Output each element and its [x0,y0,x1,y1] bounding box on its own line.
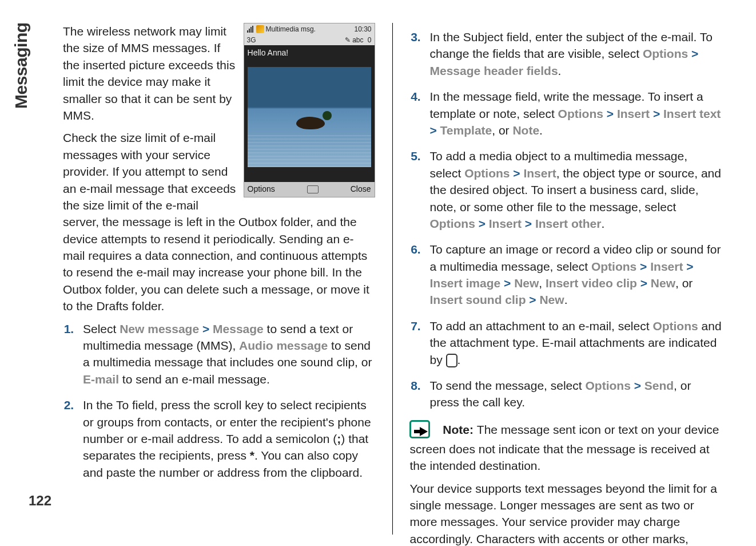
text: In the To field, press the scroll key to… [83,398,371,445]
phone-title-bar: Multimedia msg. 10:30 [244,23,375,35]
text: . [558,64,562,77]
section-label: Messaging [11,22,31,109]
separator: > [636,260,650,273]
separator: > [475,217,489,230]
ui-insert-video-clip: Insert video clip [546,276,637,290]
separator: > [500,276,514,290]
separator: > [510,167,524,180]
note-label: Note: [443,422,477,436]
page-number: 122 [29,493,51,509]
ui-message-header-fields: Message header fields [429,64,558,77]
duck-icon [296,110,331,133]
instruction-list: Select New message > Message to send a t… [63,321,375,481]
text: Select [83,322,120,335]
list-item: To send the message, select Options > Se… [424,377,722,411]
note-icon [409,420,436,441]
ui-send: Send [644,379,674,392]
list-item: To add a media object to a multimedia me… [424,148,722,232]
text: . [457,353,461,366]
text: . [539,124,543,137]
text: , [539,276,546,290]
separator: > [522,217,535,230]
body-paragraph: Your device supports text messages beyon… [409,480,722,546]
separator: > [631,379,644,392]
phone-time: 10:30 [355,25,372,34]
separator: > [429,124,440,137]
text: , or [492,124,512,137]
ui-note: Note [512,124,539,137]
ui-insert: Insert [489,217,522,230]
separator: > [650,107,663,120]
ui-options: Options [652,319,698,333]
list-item: To capture an image or record a video cl… [424,241,722,308]
list-item: In the Subject field, enter the subject … [424,29,722,79]
phone-input-mode: ✎ abc [345,36,364,44]
softkey-select-icon[interactable] [307,185,319,193]
ui-insert-sound-clip: Insert sound clip [429,293,526,306]
ui-insert: Insert [617,107,650,120]
text: . [601,217,604,230]
star-key: * [250,449,254,462]
right-column: In the Subject field, enter the subject … [409,23,722,535]
separator: > [199,322,213,335]
ui-options: Options [643,47,688,60]
list-item: Select New message > Message to send a t… [77,321,375,388]
softkey-close[interactable]: Close [351,184,371,195]
phone-title: Multimedia msg. [266,25,316,34]
ui-template: Template [440,124,492,137]
phone-network: 3G [247,35,256,45]
signal-icon [247,26,253,33]
note-paragraph: Note: The message sent icon or text on y… [409,420,722,474]
phone-attached-image [248,67,371,167]
left-column: Multimedia msg. 10:30 3G ✎ abc 0 Hello A… [63,23,375,535]
instruction-list: In the Subject field, enter the subject … [409,29,722,411]
separator: > [637,276,651,290]
list-item: In the To field, press the scroll key to… [77,397,375,481]
ui-audio-message: Audio message [239,339,328,352]
text: To send the message, select [429,379,585,392]
phone-softkey-bar: Options Close [244,182,375,197]
ui-insert-other: Insert other [535,217,602,230]
separator: > [683,260,693,273]
ui-options: Options [558,107,603,120]
ui-insert-image: Insert image [429,276,500,290]
separator: > [526,293,540,306]
ui-new: New [651,276,675,290]
ui-options: Options [464,167,510,180]
separator: > [603,107,617,120]
ui-new: New [539,293,564,306]
ui-message: Message [213,322,264,335]
text: . [564,293,568,306]
ui-options: Options [429,217,475,230]
attachment-icon [446,354,457,367]
ui-email: E-mail [83,373,119,386]
ui-insert: Insert [650,260,683,273]
phone-screenshot: Multimedia msg. 10:30 3G ✎ abc 0 Hello A… [244,23,375,197]
text: , or [675,276,693,290]
list-item: To add an attachment to an e-mail, selec… [424,318,722,368]
ui-new: New [514,276,539,290]
ui-insert: Insert [523,167,556,180]
ui-options: Options [585,379,630,392]
text: to send an e-mail message. [119,373,270,386]
softkey-options[interactable]: Options [248,184,275,195]
phone-message-text: Hello Anna! [244,45,375,65]
ui-new-message: New message [120,322,199,335]
phone-counter: 0 [368,36,372,44]
separator: > [688,47,698,60]
mms-icon [256,25,264,33]
phone-status-bar: 3G ✎ abc 0 [244,35,375,45]
ui-insert-text: Insert text [663,107,721,120]
list-item: In the message field, write the message.… [424,88,722,139]
text: To add an attachment to an e-mail, selec… [429,319,652,333]
ui-options: Options [591,260,636,273]
column-divider [392,23,393,535]
